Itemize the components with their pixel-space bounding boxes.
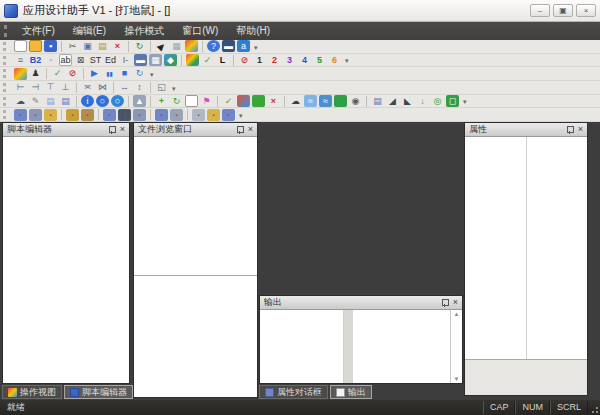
grid-toggle-icon[interactable]: ▦: [170, 40, 183, 52]
device-icon[interactable]: ▬: [222, 40, 235, 52]
help-icon[interactable]: ?: [207, 40, 220, 52]
resize-grip[interactable]: [588, 401, 600, 414]
toolbar-overflow-chevron[interactable]: ▾: [463, 98, 467, 107]
paste-icon[interactable]: ▤: [96, 40, 109, 52]
tab-output[interactable]: 输出: [330, 385, 372, 399]
asset-folder-icon[interactable]: ▪: [66, 109, 79, 121]
menu-help[interactable]: 帮助(H): [227, 22, 279, 40]
cursor-tool-icon[interactable]: ▶: [155, 40, 168, 52]
play-icon[interactable]: ▶: [88, 68, 101, 80]
menu-operation-mode[interactable]: 操作模式: [115, 22, 173, 40]
layer-5-icon[interactable]: 5: [313, 54, 326, 66]
asset-folder-icon[interactable]: ▪: [103, 109, 116, 121]
tab-property-dialog[interactable]: 属性对话框: [259, 385, 328, 399]
circle-tool2-icon[interactable]: ○: [111, 95, 124, 107]
asset-folder-icon[interactable]: ▪: [192, 109, 205, 121]
asset-folder-icon[interactable]: ▪: [118, 109, 131, 121]
pin-icon[interactable]: [441, 299, 448, 307]
layers-light-icon[interactable]: ▤: [44, 95, 57, 107]
actor-icon[interactable]: ♟: [29, 68, 42, 80]
copy-icon[interactable]: ▣: [81, 40, 94, 52]
language-icon[interactable]: a: [237, 40, 250, 52]
tab-operation-view[interactable]: 操作视图: [2, 385, 62, 399]
green-block-icon[interactable]: [252, 95, 265, 107]
layer-4-icon[interactable]: 4: [298, 54, 311, 66]
editbox-control-icon[interactable]: ab: [59, 54, 72, 66]
static-control-icon[interactable]: ST: [89, 54, 102, 66]
save-icon[interactable]: ▪: [44, 40, 57, 52]
new-file-icon[interactable]: [14, 40, 27, 52]
minimize-icon[interactable]: –: [530, 4, 550, 17]
properties-grid-splitter[interactable]: [526, 137, 527, 359]
toolbar-overflow-chevron[interactable]: ▾: [239, 112, 243, 121]
output-splitter[interactable]: [344, 310, 353, 383]
no-entry-icon[interactable]: ⊘: [238, 54, 251, 66]
line-control-icon[interactable]: I-: [119, 54, 132, 66]
palette-icon[interactable]: [185, 40, 198, 52]
loop-icon[interactable]: ↻: [133, 68, 146, 80]
info-icon[interactable]: i: [81, 95, 94, 107]
asset-folder-icon[interactable]: ▪: [133, 109, 146, 121]
blank-page-icon[interactable]: [185, 95, 198, 107]
scene-grid-icon[interactable]: [14, 68, 27, 80]
tab-script-editor[interactable]: 脚本编辑器: [64, 385, 133, 399]
output-scrollbar[interactable]: ▲ ▼: [450, 310, 462, 383]
layer-6-icon[interactable]: 6: [328, 54, 341, 66]
script-editor-title-bar[interactable]: 脚本编辑器 ×: [3, 123, 129, 137]
align-top-icon[interactable]: ⊤: [44, 81, 57, 93]
asset-folder-icon[interactable]: ▪: [81, 109, 94, 121]
bird-left-icon[interactable]: ◢: [386, 95, 399, 107]
stack-icon[interactable]: ▤: [371, 95, 384, 107]
terrain-icon[interactable]: [334, 95, 347, 107]
layers-dark-icon[interactable]: ▤: [59, 95, 72, 107]
keyboard-control-icon[interactable]: ▦: [149, 54, 162, 66]
file-browser-content[interactable]: [134, 137, 257, 397]
asset-folder-icon[interactable]: ▪: [29, 109, 42, 121]
button-control-icon[interactable]: B2: [29, 54, 42, 66]
close-icon[interactable]: ×: [578, 125, 583, 134]
stop-forbid-icon[interactable]: ⊘: [66, 68, 79, 80]
blocks-icon[interactable]: [237, 95, 250, 107]
pencil-icon[interactable]: ✎: [29, 95, 42, 107]
open-folder-icon[interactable]: [29, 40, 42, 52]
same-height-icon[interactable]: ↕: [133, 81, 146, 93]
move-icon[interactable]: +: [155, 95, 168, 107]
run-check-icon[interactable]: ✓: [51, 68, 64, 80]
drop-icon[interactable]: ↓: [416, 95, 429, 107]
flag-icon[interactable]: ⚑: [200, 95, 213, 107]
lamp-icon[interactable]: ▲: [133, 95, 146, 107]
edit-control-icon[interactable]: Ed: [104, 54, 117, 66]
close-icon[interactable]: ×: [120, 125, 125, 134]
target-square-icon[interactable]: ◻: [446, 95, 459, 107]
refresh-icon[interactable]: ↻: [170, 95, 183, 107]
output-title-bar[interactable]: 输出 ×: [260, 296, 462, 310]
export-run-icon[interactable]: ↻: [133, 40, 146, 52]
dim-control-icon[interactable]: ▪: [44, 54, 57, 66]
properties-grid[interactable]: [465, 137, 587, 359]
properties-title-bar[interactable]: 属性 ×: [465, 123, 587, 137]
paint-icon[interactable]: ☁: [14, 95, 27, 107]
asset-folder-icon[interactable]: ▪: [170, 109, 183, 121]
validate-icon[interactable]: ✓: [222, 95, 235, 107]
circle-tool-icon[interactable]: ○: [96, 95, 109, 107]
output-pane-right[interactable]: [353, 310, 450, 383]
align-bottom-icon[interactable]: ⊥: [59, 81, 72, 93]
pin-icon[interactable]: [108, 126, 115, 134]
center-horizontal-icon[interactable]: ≍: [81, 81, 94, 93]
same-width-icon[interactable]: ↔: [118, 81, 131, 93]
pin-icon[interactable]: [236, 126, 243, 134]
align-left-icon[interactable]: ⊢: [14, 81, 27, 93]
scroll-up-icon[interactable]: ▲: [454, 311, 460, 317]
output-pane-left[interactable]: [260, 310, 344, 383]
label-l-icon[interactable]: L: [216, 54, 229, 66]
menu-file[interactable]: 文件(F): [13, 22, 64, 40]
file-browser-title-bar[interactable]: 文件浏览窗口 ×: [134, 123, 257, 137]
toolbar-overflow-chevron[interactable]: ▾: [254, 44, 258, 53]
script-editor-content[interactable]: [3, 137, 129, 383]
scroll-down-icon[interactable]: ▼: [454, 376, 460, 382]
target-icon[interactable]: ◎: [431, 95, 444, 107]
delete-icon[interactable]: ×: [111, 40, 124, 52]
wave-light-icon[interactable]: ≈: [304, 95, 317, 107]
toolbar-overflow-chevron[interactable]: ▾: [172, 85, 176, 94]
layer-2-icon[interactable]: 2: [268, 54, 281, 66]
